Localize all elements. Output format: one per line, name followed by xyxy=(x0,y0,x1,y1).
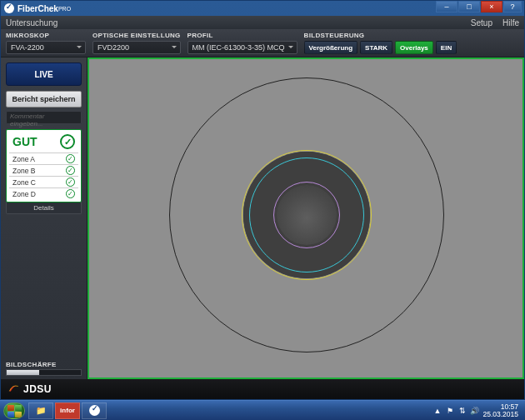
microscope-dropdown[interactable]: FVA-2200 xyxy=(6,41,86,54)
brand-swirl-icon xyxy=(8,383,19,395)
overlays-on-button[interactable]: EIN xyxy=(436,41,457,54)
zone-a-ring xyxy=(273,182,340,248)
zone-row-d[interactable]: Zone D ✓ xyxy=(9,188,78,199)
app-body: LIVE Bericht speichern Kommentar eingebe… xyxy=(1,58,524,379)
windows-taskbar[interactable]: 📁 infor ▲ ⚑ ⇅ 🔊 10:57 25.03.2015 xyxy=(0,400,525,420)
menu-setup[interactable]: Setup xyxy=(471,18,492,28)
clock-date: 25.03.2015 xyxy=(482,411,518,418)
network-icon[interactable]: ⇅ xyxy=(458,406,467,415)
chevron-up-icon[interactable]: ▲ xyxy=(432,406,442,415)
check-icon: ✓ xyxy=(66,166,75,175)
check-icon: ✓ xyxy=(66,178,75,187)
check-icon: ✓ xyxy=(66,154,75,163)
image-control-group: BILDSTEUERUNG Vergrößerung STARK Overlay… xyxy=(304,32,458,54)
footer-bar: JDSU xyxy=(1,379,524,399)
zone-row-a[interactable]: Zone A ✓ xyxy=(9,152,78,164)
sharpness-section: BILDSCHÄRFE xyxy=(6,361,82,376)
zone-row-b[interactable]: Zone B ✓ xyxy=(9,164,78,176)
profile-label: PROFIL xyxy=(188,32,298,39)
check-icon: ✓ xyxy=(60,134,75,149)
save-report-button[interactable]: Bericht speichern xyxy=(6,91,82,108)
magnification-button[interactable]: Vergrößerung xyxy=(304,41,358,54)
app-logo-icon xyxy=(4,3,14,13)
fiber-stage xyxy=(89,59,522,378)
taskbar-infor[interactable]: infor xyxy=(55,402,80,419)
sharpness-fill xyxy=(7,370,39,375)
overlays-button[interactable]: Overlays xyxy=(395,41,433,54)
volume-icon[interactable]: 🔊 xyxy=(470,406,479,415)
fiber-viewport[interactable] xyxy=(88,58,524,379)
start-button[interactable] xyxy=(3,402,25,419)
optical-group: OPTISCHE EINSTELLUNG FVD2200 xyxy=(92,32,181,54)
app-title-suffix: PRO xyxy=(58,6,71,12)
sharpness-bar xyxy=(6,369,82,376)
toolbar: MIKROSKOP FVA-2200 OPTISCHE EINSTELLUNG … xyxy=(1,29,524,58)
zone-label: Zone B xyxy=(12,167,35,175)
menu-investigation[interactable]: Untersuchung xyxy=(6,18,58,28)
brand-logo: JDSU xyxy=(8,383,52,395)
taskbar-fibercheck[interactable] xyxy=(82,402,107,419)
help-button[interactable]: ? xyxy=(503,1,522,12)
sharpness-label: BILDSCHÄRFE xyxy=(6,361,82,368)
maximize-button[interactable]: □ xyxy=(458,1,480,12)
live-button[interactable]: LIVE xyxy=(6,62,82,86)
menubar: Untersuchung Setup Hilfe xyxy=(1,16,524,29)
folder-icon: 📁 xyxy=(36,406,46,415)
flag-icon[interactable]: ⚑ xyxy=(445,406,454,415)
profile-group: PROFIL MM (IEC-61300-3-35) MCQ xyxy=(188,32,298,54)
zone-label: Zone A xyxy=(12,155,35,163)
app-window: FiberChek PRO – □ × ? Untersuchung Setup… xyxy=(0,0,525,400)
taskbar-clock[interactable]: 10:57 25.03.2015 xyxy=(482,403,518,418)
status-card: GUT ✓ Zone A ✓ Zone B ✓ Zone C ✓ Zone D xyxy=(6,129,82,202)
sidebar: LIVE Bericht speichern Kommentar eingebe… xyxy=(1,58,88,379)
zone-label: Zone D xyxy=(12,190,36,198)
stark-button[interactable]: STARK xyxy=(360,41,392,54)
window-controls: – □ × ? xyxy=(435,1,522,12)
details-button[interactable]: Details xyxy=(6,202,82,214)
check-icon: ✓ xyxy=(66,189,75,198)
optical-dropdown[interactable]: FVD2200 xyxy=(92,41,181,54)
profile-dropdown[interactable]: MM (IEC-61300-3-35) MCQ xyxy=(188,41,298,54)
zone-label: Zone C xyxy=(12,178,36,187)
image-control-label: BILDSTEUERUNG xyxy=(304,32,458,39)
zone-row-c[interactable]: Zone C ✓ xyxy=(9,176,78,188)
close-button[interactable]: × xyxy=(481,1,502,12)
taskbar-explorer[interactable]: 📁 xyxy=(28,402,53,419)
microscope-label: MIKROSKOP xyxy=(6,32,86,39)
minimize-button[interactable]: – xyxy=(436,1,458,12)
comment-input[interactable]: Kommentar eingeben... xyxy=(6,111,82,124)
app-logo-icon xyxy=(89,405,100,416)
system-tray[interactable]: ▲ ⚑ ⇅ 🔊 10:57 25.03.2015 xyxy=(432,403,522,418)
microscope-group: MIKROSKOP FVA-2200 xyxy=(6,32,86,54)
optical-label: OPTISCHE EINSTELLUNG xyxy=(92,32,181,39)
status-text: GUT xyxy=(12,135,38,148)
brand-text: JDSU xyxy=(23,383,52,395)
app-title: FiberChek xyxy=(18,4,58,13)
status-header: GUT ✓ xyxy=(9,132,78,152)
titlebar[interactable]: FiberChek PRO – □ × ? xyxy=(1,1,524,16)
menu-help[interactable]: Hilfe xyxy=(502,18,519,28)
